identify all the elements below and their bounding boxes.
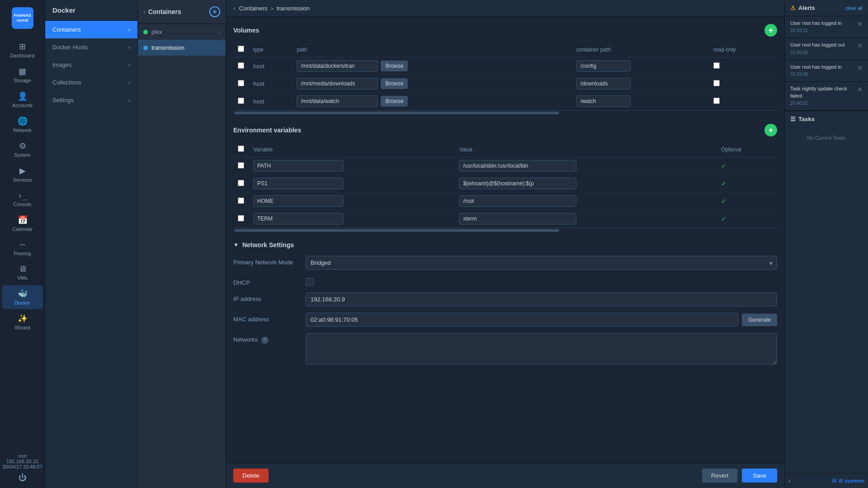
env-vars-hscroll-thumb (234, 229, 559, 232)
networks-textarea[interactable] (306, 333, 777, 365)
sidebar-item-peering[interactable]: ↔ Peering (2, 236, 43, 260)
docker-panel: Docker Containers › Docker Hosts › Image… (45, 0, 138, 488)
container-item-transmission[interactable]: transmission › (138, 40, 226, 56)
volume-row-1-checkbox[interactable] (238, 62, 244, 69)
container-item-plex[interactable]: plex › (138, 24, 226, 40)
volumes-hscroll[interactable] (233, 110, 777, 115)
volume-row-1-browse[interactable]: Browse (381, 61, 408, 71)
alert-close-2[interactable]: ✕ (857, 42, 863, 49)
services-icon: ▶ (19, 166, 26, 176)
docker-nav-settings[interactable]: Settings › (45, 91, 137, 109)
dhcp-checkbox[interactable] (306, 278, 314, 286)
select-all-volumes[interactable] (238, 46, 244, 52)
ip-address-input[interactable] (306, 292, 777, 306)
revert-button[interactable]: Revert (702, 469, 737, 483)
select-all-env-vars[interactable] (238, 145, 244, 152)
env-row-3-variable[interactable] (253, 195, 344, 207)
user-info: root 192.168.20.10 20/04/17 20:48:07 (2, 450, 42, 473)
vms-icon: 🖥 (19, 264, 27, 274)
network-section-toggle[interactable]: ▼ Network Settings (233, 241, 777, 249)
alert-close-1[interactable]: ✕ (857, 20, 863, 28)
env-vars-hscroll[interactable] (233, 228, 777, 232)
add-volume-button[interactable]: + (764, 24, 777, 37)
networks-label: Networks ? (233, 333, 306, 344)
sidebar-item-network[interactable]: 🌐 Network (2, 113, 43, 136)
volume-row-2-path[interactable] (297, 78, 378, 89)
primary-network-mode-control: Bridged Host None ▾ (306, 256, 777, 270)
volume-row-3-checkbox[interactable] (238, 98, 244, 104)
env-row-4-value[interactable] (459, 213, 576, 225)
sidebar-item-system[interactable]: ⚙ System (2, 137, 43, 161)
volume-row-2-browse[interactable]: Browse (381, 78, 408, 89)
volume-row-2-container-path[interactable] (576, 78, 631, 89)
network-section: ▼ Network Settings Primary Network Mode … (233, 241, 777, 366)
peering-icon: ↔ (19, 240, 27, 249)
delete-button[interactable]: Delete (233, 469, 269, 483)
sidebar-item-wizard[interactable]: ✨ Wizard (2, 310, 43, 334)
sidebar-label-wizard: Wizard (14, 325, 30, 330)
alert-item: User root has logged in 20:43:31 ✕ (785, 16, 868, 38)
volume-row-3-container-path[interactable] (576, 95, 631, 107)
clear-all-button[interactable]: clear all (845, 5, 863, 11)
env-row-1-value[interactable] (459, 160, 576, 172)
alert-close-3[interactable]: ✕ (857, 64, 863, 71)
volume-row-1-path[interactable] (297, 60, 378, 72)
env-row-2-value[interactable] (459, 178, 576, 189)
volume-row-3-path[interactable] (297, 95, 378, 107)
sidebar-item-services[interactable]: ▶ Services (2, 162, 43, 186)
volumes-col-path: path (292, 42, 552, 57)
sidebar: FreeNAS corral ⊞ Dashboard ▦ Storage 👤 A… (0, 0, 45, 488)
env-row-1-checkbox[interactable] (238, 162, 244, 169)
back-button[interactable]: ‹ (143, 8, 146, 15)
docker-nav-collections[interactable]: Collections › (45, 74, 137, 91)
networks-help-icon[interactable]: ? (261, 337, 269, 344)
mac-address-input[interactable] (306, 313, 738, 327)
volume-row-1-container-path[interactable] (576, 60, 631, 72)
ip-address-row: IP address (233, 292, 777, 306)
env-row-4-variable[interactable] (253, 213, 344, 225)
env-vars-table: Variable Value Optional ✓ (233, 142, 777, 228)
networks-control (306, 333, 777, 366)
sidebar-item-accounts[interactable]: 👤 Accounts (2, 88, 43, 112)
env-row-3-checkbox[interactable] (238, 197, 244, 204)
env-row-3-value[interactable] (459, 195, 576, 207)
docker-nav-containers[interactable]: Containers › (45, 21, 137, 38)
sidebar-item-docker[interactable]: 🐳 Docker (2, 285, 43, 309)
env-row-4-checkbox[interactable] (238, 215, 244, 221)
tasks-icon: ☰ (790, 116, 796, 122)
alert-close-4[interactable]: ✕ (857, 86, 863, 93)
logo-box: FreeNAS corral (12, 7, 33, 29)
status-dot-transmission (143, 46, 148, 50)
add-env-var-button[interactable]: + (764, 124, 777, 136)
volume-row-3-browse[interactable]: Browse (381, 96, 408, 107)
expand-panel-button[interactable]: › (788, 477, 791, 484)
sidebar-item-vms[interactable]: 🖥 VMs (2, 261, 43, 284)
primary-network-mode-select[interactable]: Bridged Host None (306, 256, 777, 270)
env-row-2-checkbox[interactable] (238, 180, 244, 186)
mac-address-row: MAC address Generate (233, 313, 777, 327)
sidebar-label-peering: Peering (14, 251, 31, 256)
chevron-right-icon: › (128, 62, 130, 68)
breadcrumb: ‹ Containers › transmission (226, 0, 784, 17)
breadcrumb-separator: › (271, 5, 273, 12)
generate-mac-button[interactable]: Generate (742, 314, 777, 326)
power-button[interactable]: ⏻ (19, 473, 27, 483)
env-row-1-variable[interactable] (253, 160, 344, 172)
sidebar-item-dashboard[interactable]: ⊞ Dashboard (2, 38, 43, 62)
volume-row-2-readonly[interactable] (713, 80, 720, 86)
save-button[interactable]: Save (742, 469, 777, 483)
volume-row-1-readonly[interactable] (713, 62, 720, 69)
docker-nav-images[interactable]: Images › (45, 56, 137, 74)
sidebar-item-calendar[interactable]: 📅 Calendar (2, 211, 43, 235)
sidebar-item-storage[interactable]: ▦ Storage (2, 63, 43, 87)
env-row-2-variable[interactable] (253, 178, 344, 189)
breadcrumb-current: transmission (277, 5, 310, 12)
username: root (2, 453, 42, 459)
volume-row-2-checkbox[interactable] (238, 80, 244, 86)
breadcrumb-back-button[interactable]: ‹ (233, 5, 236, 12)
add-container-button[interactable]: + (209, 6, 220, 17)
sidebar-item-console[interactable]: ›_ Console (2, 187, 43, 211)
volume-row-3-readonly[interactable] (713, 98, 720, 104)
volumes-section-header: Volumes + (233, 24, 777, 37)
docker-nav-hosts[interactable]: Docker Hosts › (45, 38, 137, 56)
